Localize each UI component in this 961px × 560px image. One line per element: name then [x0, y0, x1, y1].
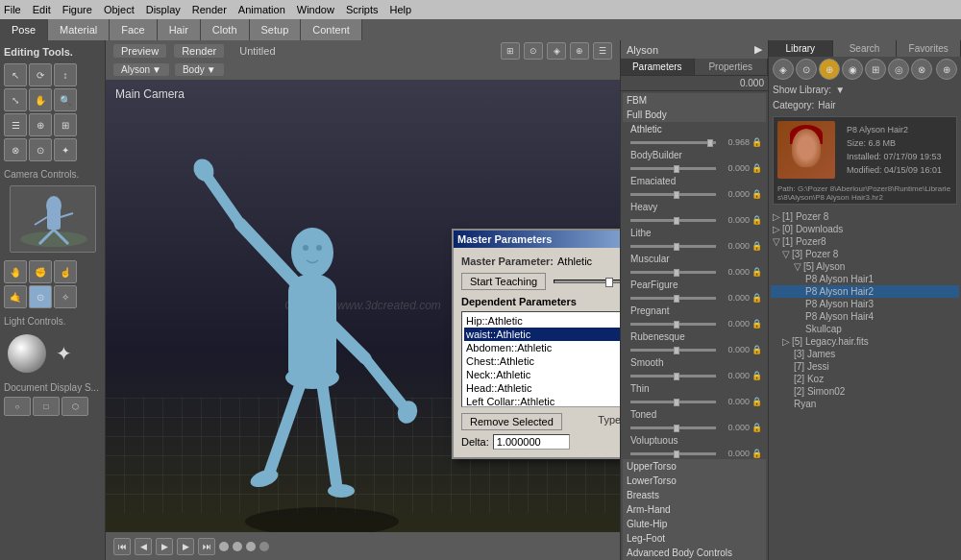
hand-btn-1[interactable]: 🤚	[4, 260, 27, 283]
tool-btn-12[interactable]: ✦	[54, 138, 77, 161]
tab-hair[interactable]: Hair	[158, 19, 201, 40]
param-heavy[interactable]: Heavy	[623, 200, 766, 214]
lowertorso-group[interactable]: LowerTorso	[623, 474, 766, 488]
vp-icon-2[interactable]: ⊙	[524, 42, 543, 60]
menu-scripts[interactable]: Scripts	[346, 4, 379, 15]
tree-item-hair2[interactable]: P8 Alyson Hair2	[771, 285, 959, 298]
param-voluptuous-slider[interactable]: 0.000 🔒	[623, 448, 766, 459]
emaciated-track[interactable]	[630, 193, 716, 196]
tool-btn-4[interactable]: ⤡	[4, 88, 27, 111]
param-pregnant[interactable]: Pregnant	[623, 304, 766, 318]
playback-play[interactable]: ▶	[156, 538, 173, 555]
menu-animation[interactable]: Animation	[238, 4, 285, 15]
lib-icon-1[interactable]: ◈	[773, 59, 794, 80]
menu-figure[interactable]: Figure	[62, 4, 92, 15]
preview-tab[interactable]: Preview	[113, 44, 166, 58]
param-rubenesque-slider[interactable]: 0.000 🔒	[623, 344, 766, 355]
thin-track[interactable]	[630, 401, 716, 403]
dep-item-leftcollar[interactable]: Left Collar::Athletic	[464, 395, 620, 407]
tool-btn-1[interactable]: ↖	[4, 63, 27, 86]
param-emaciated[interactable]: Emaciated	[623, 174, 766, 188]
playback-start[interactable]: ⏮	[113, 538, 131, 555]
tree-item-skullcap[interactable]: Skullcap	[771, 323, 959, 335]
menu-render[interactable]: Render	[192, 4, 227, 15]
tree-item-legacy[interactable]: ▷ [5] Legacy.hair.fits	[771, 335, 959, 348]
param-thin[interactable]: Thin	[623, 381, 766, 396]
tool-btn-7[interactable]: ☰	[4, 113, 27, 136]
lib-icon-6[interactable]: ◎	[888, 59, 909, 80]
playback-prev[interactable]: ◀	[135, 538, 152, 555]
vp-icon-4[interactable]: ⊕	[570, 42, 589, 60]
dep-item-neck[interactable]: Neck::Athletic	[464, 368, 620, 381]
smooth-track[interactable]	[630, 375, 716, 377]
tab-material[interactable]: Material	[48, 19, 110, 40]
lib-icon-4[interactable]: ◉	[842, 59, 863, 80]
lithe-track[interactable]	[630, 245, 716, 248]
muscular-track[interactable]	[630, 271, 716, 274]
vp-icon-1[interactable]: ⊞	[501, 42, 520, 60]
param-smooth[interactable]: Smooth	[623, 355, 766, 370]
remove-selected-button[interactable]: Remove Selected	[461, 413, 562, 430]
dependent-params-list[interactable]: Hip::Athletic waist::Athletic Abdomen::A…	[461, 311, 620, 407]
dep-item-waist[interactable]: waist::Athletic	[464, 328, 620, 341]
param-athletic-slider[interactable]: 0.968 🔒	[623, 136, 766, 148]
pearfigure-track[interactable]	[630, 297, 716, 300]
bodybuilder-slider-track[interactable]	[630, 167, 716, 170]
menu-object[interactable]: Object	[104, 4, 135, 15]
toned-track[interactable]	[630, 426, 716, 429]
tree-item-downloads[interactable]: ▷ [0] Downloads	[771, 223, 959, 235]
tab-cloth[interactable]: Cloth	[201, 19, 250, 40]
legfoot-group[interactable]: Leg-Foot	[623, 531, 766, 546]
menu-file[interactable]: File	[4, 4, 21, 15]
param-toned-slider[interactable]: 0.000 🔒	[623, 422, 766, 433]
param-rubenesque[interactable]: Rubenesque	[623, 329, 766, 344]
tree-item-jessi[interactable]: [7] Jessi	[771, 360, 959, 373]
lib-tab-search[interactable]: Search	[833, 40, 898, 57]
athletic-slider-track[interactable]	[630, 141, 716, 144]
tool-btn-6[interactable]: 🔍	[54, 88, 77, 111]
param-heavy-slider[interactable]: 0.000 🔒	[623, 214, 766, 226]
playback-end[interactable]: ⏭	[198, 538, 215, 555]
hand-btn-6[interactable]: ✧	[54, 285, 77, 308]
uppertorso-group[interactable]: UpperTorso	[623, 459, 766, 474]
pregnant-track[interactable]	[630, 323, 716, 326]
vp-icon-3[interactable]: ◈	[547, 42, 566, 60]
vp-icon-5[interactable]: ☰	[593, 42, 612, 60]
param-muscular-slider[interactable]: 0.000 🔒	[623, 266, 766, 278]
tab-pose[interactable]: Pose	[0, 19, 48, 40]
lib-tab-library[interactable]: Library	[769, 40, 833, 57]
tool-btn-3[interactable]: ↕	[54, 63, 77, 86]
delta-input[interactable]	[493, 434, 570, 450]
menu-help[interactable]: Help	[390, 4, 412, 15]
menu-edit[interactable]: Edit	[33, 4, 51, 15]
param-voluptuous[interactable]: Voluptuous	[623, 433, 766, 448]
display-btn-3[interactable]: ⬡	[62, 397, 88, 416]
param-lithe-slider[interactable]: 0.000 🔒	[623, 240, 766, 252]
param-bodybuilder-slider[interactable]: 0.000 🔒	[623, 162, 766, 174]
tool-btn-10[interactable]: ⊗	[4, 138, 27, 161]
hand-btn-2[interactable]: ✊	[29, 260, 52, 283]
glutehip-group[interactable]: Glute-Hip	[623, 517, 766, 531]
breasts-group[interactable]: Breasts	[623, 488, 766, 502]
dep-item-hip[interactable]: Hip::Athletic	[464, 314, 620, 328]
tool-btn-8[interactable]: ⊕	[29, 113, 52, 136]
voluptuous-track[interactable]	[630, 452, 716, 455]
tree-item-james[interactable]: [3] James	[771, 348, 959, 360]
heavy-track[interactable]	[630, 219, 716, 222]
display-btn-1[interactable]: ○	[4, 397, 31, 416]
tool-btn-5[interactable]: ✋	[29, 88, 52, 111]
tree-item-hair1[interactable]: P8 Alyson Hair1	[771, 273, 959, 285]
fbm-group-title[interactable]: FBM	[623, 93, 766, 108]
tool-btn-11[interactable]: ⊙	[29, 138, 52, 161]
param-lithe[interactable]: Lithe	[623, 226, 766, 240]
hand-btn-5[interactable]: ⊙	[29, 285, 52, 308]
tree-item-pozer8-2[interactable]: ▽ [1] Pozer8	[771, 235, 959, 248]
hand-btn-4[interactable]: 🤙	[4, 285, 27, 308]
start-teaching-button[interactable]: Start Teaching	[461, 273, 546, 290]
tree-item-ryan[interactable]: Ryan	[771, 398, 959, 410]
tree-item-hair3[interactable]: P8 Alyson Hair3	[771, 298, 959, 310]
advanced-group[interactable]: Advanced Body Controls	[623, 546, 766, 560]
param-toned[interactable]: Toned	[623, 407, 766, 422]
viewport-3d[interactable]: Main Camera Copyright www.3dcreated.com	[106, 80, 620, 533]
tool-btn-9[interactable]: ⊞	[54, 113, 77, 136]
